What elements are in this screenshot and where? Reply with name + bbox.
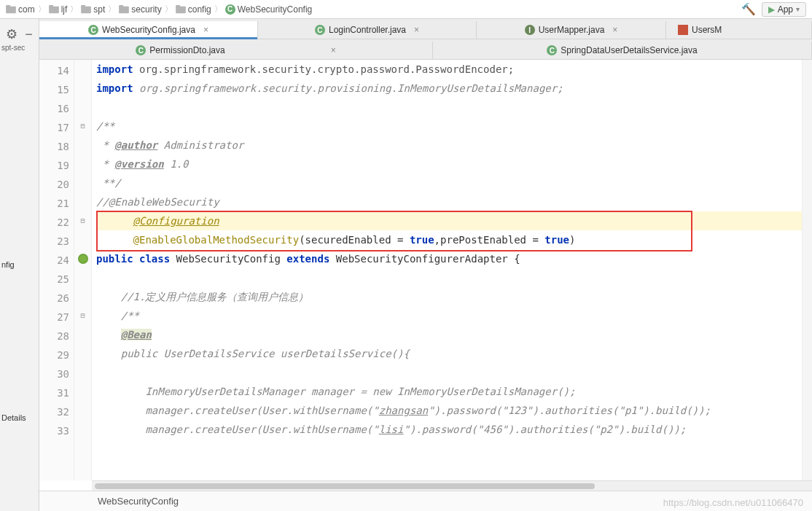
tab-permissiondto[interactable]: C PermissionDto.java × bbox=[39, 42, 433, 59]
tab-label: PermissionDto.java bbox=[149, 45, 225, 55]
tab-websecurityconfig[interactable]: C WebSecurityConfig.java × bbox=[39, 21, 258, 39]
code-editor[interactable]: 1415161718192021222324252627282930313233… bbox=[39, 60, 812, 480]
run-app-icon: ▶ bbox=[768, 4, 775, 15]
tab-label: LoginController.java bbox=[329, 25, 406, 35]
breadcrumb-label: spt bbox=[93, 4, 105, 15]
gutter-icons: ⊟ ⊟ ⊟ bbox=[74, 60, 92, 480]
xml-icon bbox=[678, 25, 688, 35]
class-icon: C bbox=[136, 45, 146, 55]
build-icon[interactable]: 🔨 bbox=[741, 2, 756, 16]
breadcrumb-label: com bbox=[18, 4, 35, 15]
folder-icon bbox=[49, 5, 59, 14]
code-body[interactable]: import org.springframework.security.cryp… bbox=[92, 60, 802, 480]
project-sidebar[interactable]: ⚙ − spt-sec nfig Details bbox=[0, 19, 39, 511]
breadcrumb-label: security bbox=[131, 4, 161, 15]
breadcrumb-item-spt[interactable]: spt bbox=[81, 4, 105, 15]
fold-icon[interactable]: ⊟ bbox=[80, 117, 85, 136]
tab-label: WebSecurityConfig.java bbox=[102, 25, 195, 35]
chevron-down-icon: ▾ bbox=[796, 5, 800, 13]
breadcrumb-item-ljf[interactable]: ljf bbox=[49, 4, 68, 15]
breadcrumb-item-config[interactable]: config bbox=[176, 4, 211, 15]
sidebar-item-config[interactable]: nfig bbox=[0, 257, 39, 272]
run-config-label: App bbox=[778, 4, 793, 15]
breadcrumb-label: ljf bbox=[61, 4, 68, 15]
tab-logincontroller[interactable]: C LoginController.java × bbox=[258, 21, 477, 39]
breadcrumb-label: config bbox=[188, 4, 211, 15]
breadcrumb: com 〉 ljf 〉 spt 〉 security 〉 config 〉 C … bbox=[6, 4, 312, 15]
svg-rect-7 bbox=[120, 5, 124, 7]
close-icon[interactable]: × bbox=[414, 25, 419, 35]
close-icon[interactable]: × bbox=[331, 45, 336, 55]
tab-usersm[interactable]: UsersM bbox=[666, 21, 812, 39]
spring-bean-icon[interactable] bbox=[78, 254, 88, 264]
close-icon[interactable]: × bbox=[203, 25, 208, 35]
gear-icon[interactable]: ⚙ bbox=[6, 26, 17, 42]
svg-rect-9 bbox=[176, 5, 180, 7]
breadcrumb-item-com[interactable]: com bbox=[6, 4, 35, 15]
chevron-right-icon: 〉 bbox=[70, 4, 78, 15]
breadcrumb-bar: com 〉 ljf 〉 spt 〉 security 〉 config 〉 C … bbox=[0, 0, 812, 19]
editor-marker-strip[interactable] bbox=[802, 60, 812, 480]
breadcrumb-label: WebSecurityConfig bbox=[238, 4, 313, 15]
editor-area: C WebSecurityConfig.java × C LoginContro… bbox=[39, 19, 812, 511]
svg-rect-3 bbox=[49, 5, 53, 7]
class-icon: C bbox=[225, 4, 235, 15]
close-icon[interactable]: × bbox=[612, 25, 617, 35]
tab-springdatauserdetails[interactable]: C SpringDataUserDetailsService.java bbox=[433, 42, 812, 59]
watermark: https://blog.csdn.net/u011066470 bbox=[663, 497, 803, 508]
interface-icon: I bbox=[525, 25, 535, 35]
folder-icon bbox=[176, 5, 186, 14]
fold-icon[interactable]: ⊟ bbox=[80, 211, 85, 230]
fold-icon[interactable]: ⊟ bbox=[80, 306, 85, 325]
chevron-right-icon: 〉 bbox=[165, 4, 173, 15]
toolbar-right: 🔨 ▶ App ▾ bbox=[741, 2, 806, 17]
tab-label: UsersM bbox=[692, 25, 722, 35]
folder-icon bbox=[81, 5, 91, 14]
scrollbar-thumb[interactable] bbox=[95, 483, 595, 489]
sidebar-item-project[interactable]: spt-sec bbox=[0, 42, 39, 53]
structure-breadcrumb-label: WebSecurityConfig bbox=[98, 496, 179, 507]
tab-label: UserMapper.java bbox=[539, 25, 605, 35]
class-icon: C bbox=[547, 45, 557, 55]
chevron-right-icon: 〉 bbox=[108, 4, 116, 15]
run-configuration-selector[interactable]: ▶ App ▾ bbox=[762, 2, 806, 17]
folder-icon bbox=[6, 5, 16, 14]
collapse-icon[interactable]: − bbox=[25, 27, 33, 42]
class-icon: C bbox=[88, 25, 98, 35]
editor-tabs-row-2: C PermissionDto.java × C SpringDataUserD… bbox=[39, 39, 812, 60]
horizontal-scrollbar[interactable] bbox=[92, 480, 812, 491]
svg-rect-5 bbox=[81, 5, 85, 7]
breadcrumb-item-class[interactable]: C WebSecurityConfig bbox=[225, 4, 313, 15]
sidebar-item-details[interactable]: Details bbox=[0, 410, 39, 425]
breadcrumb-item-security[interactable]: security bbox=[119, 4, 161, 15]
tab-label: SpringDataUserDetailsService.java bbox=[561, 45, 697, 55]
class-icon: C bbox=[315, 25, 325, 35]
tab-usermapper[interactable]: I UserMapper.java × bbox=[477, 21, 666, 39]
svg-rect-1 bbox=[6, 5, 10, 7]
chevron-right-icon: 〉 bbox=[38, 4, 46, 15]
editor-tabs-row-1: C WebSecurityConfig.java × C LoginContro… bbox=[39, 19, 812, 39]
folder-icon bbox=[119, 5, 129, 14]
line-number-gutter: 1415161718192021222324252627282930313233 bbox=[39, 60, 74, 480]
chevron-right-icon: 〉 bbox=[214, 4, 222, 15]
